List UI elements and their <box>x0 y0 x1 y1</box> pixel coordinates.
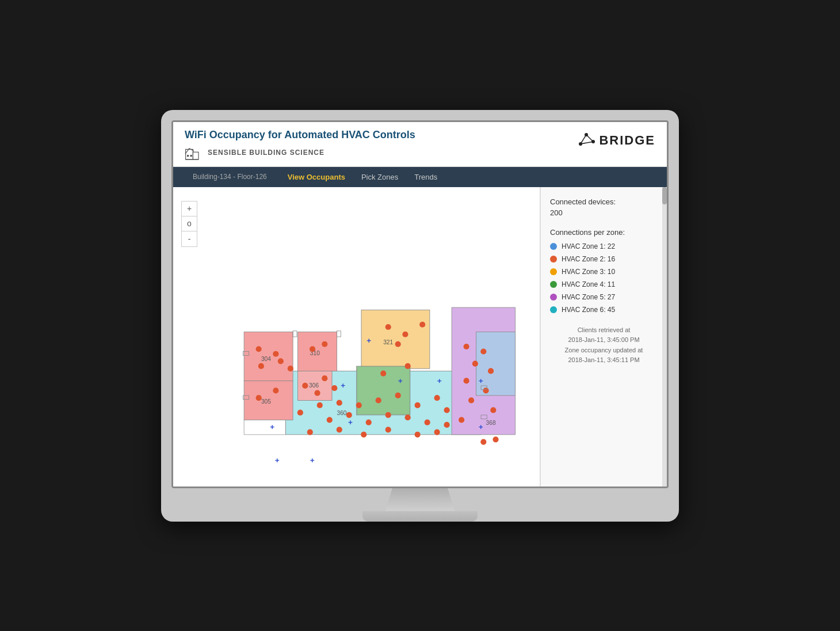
svg-point-70 <box>419 321 425 327</box>
nav-trends[interactable]: Trends <box>406 167 445 187</box>
zone-list-item: HVAC Zone 6: 45 <box>550 306 658 314</box>
clients-retrieved-label: Clients retrieved at <box>550 325 658 336</box>
sidebar-scroll-thumb <box>662 187 667 204</box>
svg-point-61 <box>361 431 366 437</box>
svg-point-66 <box>405 363 411 368</box>
nav-view-occupants[interactable]: View Occupants <box>280 167 353 187</box>
svg-rect-3 <box>187 155 189 157</box>
zone-4-label: HVAC Zone 4: 11 <box>562 280 615 288</box>
subtitle-text: SENSIBLE BUILDING SCIENCE <box>208 149 324 157</box>
sidebar: Connected devices: 200 Connections per z… <box>540 187 667 486</box>
zone-list-item: HVAC Zone 5: 27 <box>550 293 658 301</box>
zone-3-label: HVAC Zone 3: 10 <box>562 268 615 276</box>
svg-point-83 <box>273 351 278 356</box>
connected-devices-label: Connected devices: <box>550 197 616 206</box>
svg-point-52 <box>327 417 333 423</box>
svg-text:+: + <box>348 417 353 426</box>
svg-point-87 <box>322 341 327 347</box>
zoom-out-button[interactable]: - <box>182 231 197 246</box>
zone-2-label: HVAC Zone 2: 16 <box>562 255 615 263</box>
svg-point-56 <box>405 415 411 420</box>
svg-point-65 <box>380 370 386 376</box>
svg-point-59 <box>307 429 313 435</box>
zone-list-item: HVAC Zone 3: 10 <box>550 268 658 276</box>
bridge-text: BRIDGE <box>599 133 655 148</box>
zone-1-label: HVAC Zone 1: 22 <box>562 242 615 250</box>
zone-5-label: HVAC Zone 5: 27 <box>562 293 615 301</box>
zone-list-item: HVAC Zone 1: 22 <box>550 242 658 250</box>
nav-pick-zones[interactable]: Pick Zones <box>353 167 406 187</box>
svg-rect-91 <box>293 330 297 336</box>
floor-plan-svg: 304 305 310 306 321 368 <box>173 187 540 486</box>
svg-point-74 <box>488 368 494 374</box>
svg-point-71 <box>464 343 469 349</box>
svg-point-75 <box>464 378 469 383</box>
svg-point-42 <box>314 390 320 396</box>
svg-text:+: + <box>479 423 483 431</box>
svg-point-62 <box>385 427 391 432</box>
svg-point-67 <box>385 324 391 329</box>
svg-point-53 <box>346 412 352 417</box>
svg-text:+: + <box>275 456 280 465</box>
svg-point-47 <box>376 397 381 403</box>
zone-6-dot <box>550 306 557 313</box>
svg-rect-92 <box>337 330 341 336</box>
svg-point-49 <box>415 402 421 408</box>
svg-rect-14 <box>361 310 430 368</box>
svg-point-54 <box>366 419 372 425</box>
timestamp-section: Clients retrieved at 2018-Jan-11, 3:45:0… <box>550 325 658 366</box>
monitor-screen: WiFi Occupancy for Automated HVAC Contro… <box>171 120 669 488</box>
svg-point-57 <box>425 419 430 425</box>
svg-point-60 <box>337 427 342 432</box>
zone-5-dot <box>550 294 557 301</box>
svg-point-58 <box>444 421 450 427</box>
monitor-base <box>362 511 478 522</box>
svg-point-64 <box>434 429 440 435</box>
monitor-stand <box>385 488 455 511</box>
zoom-in-button[interactable]: + <box>182 202 197 216</box>
svg-point-55 <box>385 412 391 417</box>
bridge-logo: BRIDGE <box>576 130 655 151</box>
map-area: + o - <box>173 187 540 486</box>
svg-point-85 <box>273 387 278 393</box>
zone-occupancy-time: 2018-Jan-11, 3:45:11 PM <box>550 355 658 366</box>
nav-separator <box>275 171 280 183</box>
breadcrumb: Building-134 - Floor-126 <box>185 167 275 187</box>
bridge-logo-icon <box>576 130 597 151</box>
connections-per-zone-header: Connections per zone: <box>550 228 658 237</box>
svg-text:+: + <box>270 423 274 431</box>
svg-point-81 <box>492 436 498 442</box>
svg-text:306: 306 <box>309 382 319 389</box>
nav-bar: Building-134 - Floor-126 View Occupants … <box>173 167 667 187</box>
svg-point-63 <box>415 431 421 437</box>
zoom-reset-button[interactable]: o <box>182 216 197 231</box>
svg-point-79 <box>459 417 464 423</box>
svg-line-9 <box>586 135 593 142</box>
svg-text:304: 304 <box>261 356 271 362</box>
zone-2-dot <box>550 256 557 263</box>
svg-rect-13 <box>476 332 516 395</box>
svg-point-44 <box>317 402 323 408</box>
zone-3-dot <box>550 268 557 275</box>
svg-text:368: 368 <box>486 419 496 425</box>
svg-rect-1 <box>193 152 198 159</box>
building-icon <box>185 145 203 161</box>
svg-text:305: 305 <box>261 398 271 404</box>
svg-text:360: 360 <box>337 409 347 416</box>
zoom-controls: + o - <box>181 201 197 247</box>
svg-point-76 <box>483 387 488 393</box>
svg-point-41 <box>331 385 337 391</box>
svg-point-89 <box>278 358 284 364</box>
svg-point-43 <box>297 409 303 415</box>
svg-rect-28 <box>244 420 285 434</box>
connected-devices-count: 200 <box>550 208 563 217</box>
monitor-wrapper: WiFi Occupancy for Automated HVAC Contro… <box>161 110 679 522</box>
svg-point-40 <box>322 375 327 381</box>
svg-point-46 <box>356 402 362 408</box>
svg-text:+: + <box>479 376 483 385</box>
svg-point-84 <box>256 395 262 401</box>
zone-occupancy-label: Zone occupancy updated at <box>550 345 658 356</box>
clients-retrieved-time: 2018-Jan-11, 3:45:00 PM <box>550 335 658 345</box>
svg-point-69 <box>395 341 401 347</box>
app-header: WiFi Occupancy for Automated HVAC Contro… <box>173 122 667 167</box>
